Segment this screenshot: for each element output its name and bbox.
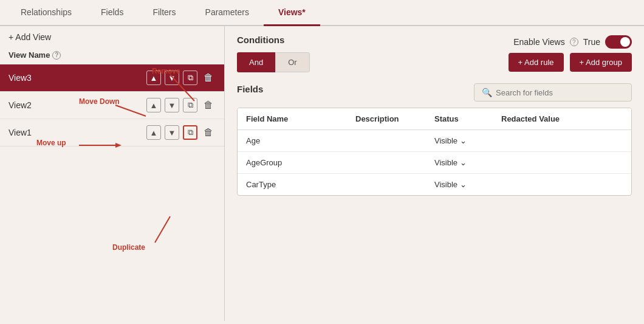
view-name-header: View Name ? — [0, 48, 224, 64]
row2-field-name: AgeGroup — [246, 158, 355, 167]
view1-move-down-button[interactable]: ▼ — [165, 125, 179, 140]
view2-delete-button[interactable]: 🗑 — [201, 98, 216, 112]
tab-views[interactable]: Views* — [264, 0, 320, 26]
row2-status[interactable]: Visible ⌄ — [434, 158, 501, 167]
view2-duplicate-button[interactable]: ⧉ — [183, 98, 197, 112]
row1-status-chevron[interactable]: ⌄ — [460, 136, 467, 145]
tab-parameters[interactable]: Parameters — [191, 0, 264, 26]
enable-views-info-icon[interactable]: ? — [570, 38, 578, 46]
table-row: CarType Visible ⌄ — [238, 174, 631, 195]
and-or-group: And Or — [237, 52, 310, 72]
view2-actions: ▲ ▼ ⧉ 🗑 — [146, 98, 216, 112]
view1-delete-button[interactable]: 🗑 — [201, 125, 216, 140]
table-row: AgeGroup Visible ⌄ — [238, 152, 631, 174]
add-group-button[interactable]: + Add group — [570, 53, 632, 72]
add-rule-button[interactable]: + Add rule — [509, 53, 564, 72]
view1-label: View1 — [9, 128, 146, 137]
search-input[interactable] — [496, 88, 624, 97]
left-toolbar: + Add View — [0, 26, 224, 48]
col-header-redacted: Redacted Value — [501, 114, 623, 123]
and-button[interactable]: And — [237, 52, 275, 72]
tab-fields[interactable]: Fields — [86, 0, 138, 26]
view2-move-up-button[interactable]: ▲ — [146, 98, 161, 112]
view-row-view3[interactable]: View3 ▲ ▼ ⧉ 🗑 — [0, 64, 224, 92]
search-icon: 🔍 — [482, 88, 492, 97]
fields-title: Fields — [237, 84, 263, 94]
tab-bar: Relationships Fields Filters Parameters … — [0, 0, 644, 26]
fields-table: Field Name Description Status Redacted V… — [237, 108, 632, 196]
row2-status-label: Visible — [434, 158, 457, 167]
view1-duplicate-button[interactable]: ⧉ — [183, 125, 197, 140]
view-row-view1[interactable]: View1 ▲ ▼ ⧉ 🗑 — [0, 119, 224, 146]
rule-group-buttons: + Add rule + Add group — [509, 53, 632, 72]
view3-delete-button[interactable]: 🗑 — [201, 71, 216, 85]
tab-relationships[interactable]: Relationships — [6, 0, 86, 26]
view3-move-up-button[interactable]: ▲ — [146, 71, 161, 85]
fields-table-header: Field Name Description Status Redacted V… — [238, 108, 631, 130]
col-header-description: Description — [355, 114, 434, 123]
fields-search-box[interactable]: 🔍 — [474, 83, 632, 102]
fields-header: Fields 🔍 — [237, 83, 632, 102]
row2-status-chevron[interactable]: ⌄ — [460, 158, 467, 167]
conditions-row: And Or + Add rule + Add group — [237, 52, 632, 72]
col-header-status: Status — [434, 114, 501, 123]
view3-label: View3 — [9, 73, 146, 83]
row3-status[interactable]: Visible ⌄ — [434, 180, 501, 189]
toggle-value-label: True — [583, 37, 600, 47]
view-name-info-icon[interactable]: ? — [52, 51, 61, 60]
view2-move-down-button[interactable]: ▼ — [165, 98, 179, 112]
view3-actions: ▲ ▼ ⧉ 🗑 — [146, 71, 216, 85]
view1-actions: ▲ ▼ ⧉ 🗑 — [146, 125, 216, 140]
annotation-duplicate-arrow — [155, 216, 170, 243]
row1-status[interactable]: Visible ⌄ — [434, 136, 501, 145]
table-row: Age Visible ⌄ — [238, 130, 631, 152]
view3-move-down-button[interactable]: ▼ — [165, 71, 179, 85]
view-row-view2[interactable]: View2 ▲ ▼ ⧉ 🗑 — [0, 92, 224, 119]
enable-views-toggle[interactable] — [605, 35, 632, 49]
enable-views-area: Enable Views ? True — [513, 35, 632, 49]
view-name-label: View Name — [9, 50, 50, 60]
row1-status-label: Visible — [434, 136, 457, 145]
row3-status-chevron[interactable]: ⌄ — [460, 180, 467, 189]
annotation-duplicate-text: Duplicate — [112, 243, 145, 252]
or-button[interactable]: Or — [275, 52, 309, 72]
view2-label: View2 — [9, 100, 146, 110]
enable-views-label: Enable Views — [513, 37, 565, 47]
view3-duplicate-button[interactable]: ⧉ — [183, 71, 197, 85]
view1-move-up-button[interactable]: ▲ — [146, 125, 161, 140]
row3-field-name: CarType — [246, 180, 355, 189]
right-panel: Conditions And Or + Add rule + Add group… — [225, 26, 644, 321]
row1-field-name: Age — [246, 136, 355, 145]
tab-filters[interactable]: Filters — [138, 0, 190, 26]
left-panel: + Add View View Name ? View3 ▲ ▼ ⧉ 🗑 Vie… — [0, 26, 225, 321]
main-container: + Add View View Name ? View3 ▲ ▼ ⧉ 🗑 Vie… — [0, 26, 644, 321]
add-view-button[interactable]: + Add View — [9, 32, 51, 42]
col-header-field-name: Field Name — [246, 114, 355, 123]
row3-status-label: Visible — [434, 180, 457, 189]
